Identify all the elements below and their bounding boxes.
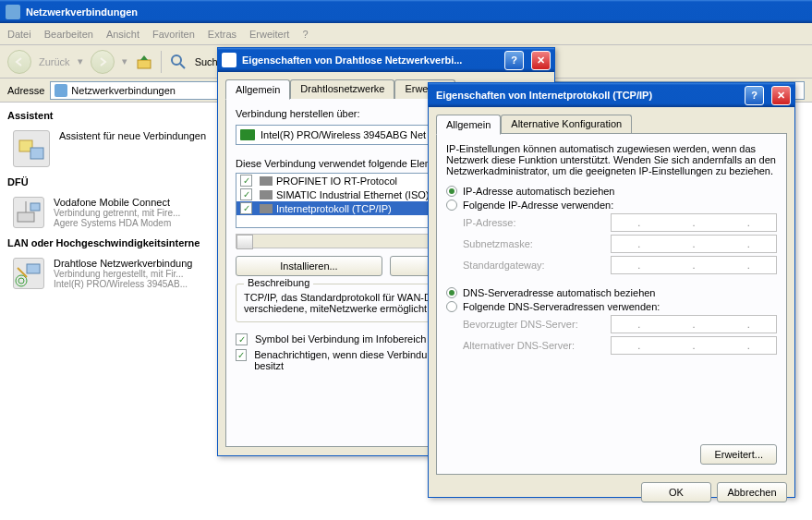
protocol-icon [260, 176, 273, 186]
intro-text: IP-Einstellungen können automatisch zuge… [446, 143, 777, 176]
input-ip[interactable]: ... [611, 213, 777, 232]
dlg2-panel: IP-Einstellungen können automatisch zuge… [436, 133, 787, 475]
lbl-dns1: Bevorzugter DNS-Server: [463, 319, 611, 330]
proto-name: Internetprotokoll (TCP/IP) [276, 203, 392, 214]
dlg2-title: Eigenschaften von Internetprotokoll (TCP… [432, 90, 737, 101]
back-button[interactable] [7, 50, 31, 74]
radio-label: Folgende DNS-Serveradressen verwenden: [463, 301, 660, 312]
description-title: Beschreibung [244, 277, 313, 288]
input-subnet[interactable]: ... [611, 235, 777, 253]
tab-drahtlosnetzwerke[interactable]: Drahtlosnetzwerke [290, 79, 394, 99]
radio-ip-manual[interactable]: Folgende IP-Adresse verwenden: [446, 200, 777, 211]
dns-fields: Bevorzugter DNS-Server: ... Alternativer… [446, 315, 777, 355]
protocol-icon [260, 204, 273, 213]
item-name: Assistent für neue Verbindungen [59, 130, 206, 141]
dlg2-buttons: OK Abbrechen [436, 482, 787, 502]
dlg2-body: Allgemein Alternative Konfiguration IP-E… [429, 107, 794, 510]
wireless-icon [13, 258, 44, 289]
svg-rect-5 [18, 212, 34, 222]
item-device: Intel(R) PRO/Wireless 3945AB... [54, 279, 192, 289]
main-title: Netzwerkverbindungen [26, 6, 138, 18]
toolbar-divider [161, 51, 162, 73]
chk-tray-label: Symbol bei Verbindung im Infobereich an [255, 333, 441, 345]
dialog-tcpip-properties: Eigenschaften von Internetprotokoll (TCP… [428, 82, 795, 498]
ok-button[interactable]: OK [641, 482, 711, 502]
menu-file[interactable]: Datei [7, 29, 31, 40]
item-text: Vodafone Mobile Connect Verbindung getre… [54, 197, 180, 228]
adapter-name: Intel(R) PRO/Wireless 3945ABG Net [261, 129, 426, 140]
radio-dns-manual[interactable]: Folgende DNS-Serveradressen verwenden: [446, 301, 777, 312]
menu-favorites[interactable]: Favoriten [152, 29, 195, 40]
item-device: Agere Systems HDA Modem [54, 218, 180, 228]
menu-advanced[interactable]: Erweitert [249, 29, 289, 40]
lbl-ip: IP-Adresse: [463, 217, 611, 228]
svg-point-1 [172, 55, 181, 65]
network-connections-icon [6, 5, 20, 19]
radio-label: DNS-Serveradresse automatisch beziehen [463, 287, 656, 298]
tab-allgemein2[interactable]: Allgemein [436, 115, 501, 135]
dlg1-close-button[interactable]: ✕ [531, 51, 551, 70]
menu-edit[interactable]: Bearbeiten [44, 29, 93, 40]
row-dns1: Bevorzugter DNS-Server: ... [463, 315, 777, 333]
forward-dropdown-icon[interactable]: ▾ [122, 55, 127, 67]
install-button[interactable]: Installieren... [236, 256, 382, 276]
radio-label: Folgende IP-Adresse verwenden: [463, 200, 613, 211]
dlg1-title: Eigenschaften von Drahtlose Netzwerkverb… [242, 54, 497, 66]
search-icon[interactable] [169, 53, 188, 71]
dlg1-titlebar[interactable]: Eigenschaften von Drahtlose Netzwerkverb… [218, 48, 554, 72]
radio-icon [446, 287, 457, 298]
menu-view[interactable]: Ansicht [106, 29, 139, 40]
radio-dns-auto[interactable]: DNS-Serveradresse automatisch beziehen [446, 287, 777, 298]
dns-radio-group: DNS-Serveradresse automatisch beziehen F… [446, 287, 777, 355]
row-gateway: Standardgateway: ... [463, 256, 777, 274]
proto-name: PROFINET IO RT-Protocol [276, 175, 397, 187]
proto-checkbox[interactable] [240, 175, 252, 187]
search-label[interactable]: Such [195, 56, 218, 67]
wizard-icon [13, 130, 50, 167]
row-ip: IP-Adresse: ... [463, 213, 777, 232]
back-dropdown-icon[interactable]: ▾ [78, 55, 83, 67]
svg-line-2 [180, 64, 185, 68]
cancel-button[interactable]: Abbrechen [717, 482, 787, 502]
dlg1-help-button[interactable]: ? [504, 51, 524, 70]
menu-extras[interactable]: Extras [208, 29, 236, 40]
dlg2-titlebar[interactable]: Eigenschaften von Internetprotokoll (TCP… [429, 83, 794, 107]
item-text: Assistent für neue Verbindungen [59, 130, 206, 141]
advanced-button[interactable]: Erweitert... [700, 444, 777, 465]
proto-name: SIMATIC Industrial Ethernet (ISO) [276, 189, 429, 200]
main-titlebar: Netzwerkverbindungen [0, 0, 812, 23]
protocol-icon [260, 190, 273, 200]
forward-button[interactable] [91, 50, 115, 74]
svg-rect-8 [27, 264, 40, 273]
input-gateway[interactable]: ... [611, 256, 777, 274]
proto-checkbox[interactable] [240, 202, 252, 214]
chk-tray-icon[interactable] [236, 333, 248, 345]
row-subnet: Subnetzmaske: ... [463, 235, 777, 253]
nic-icon [240, 129, 255, 140]
input-dns1[interactable]: ... [611, 315, 777, 333]
dlg2-help-button[interactable]: ? [745, 86, 764, 105]
menubar: Datei Bearbeiten Ansicht Favoriten Extra… [0, 23, 812, 45]
svg-rect-4 [30, 148, 43, 159]
tab-allgemein[interactable]: Allgemein [225, 79, 290, 100]
ip-fields: IP-Adresse: ... Subnetzmaske: ... Standa… [446, 213, 777, 274]
chk-notify-icon[interactable] [236, 349, 247, 361]
item-text: Drahtlose Netzwerkverbindung Verbindung … [54, 258, 192, 289]
up-folder-icon[interactable] [135, 53, 153, 71]
radio-icon [446, 186, 457, 197]
dlg2-tabs: Allgemein Alternative Konfiguration [436, 115, 787, 134]
lbl-subnet: Subnetzmaske: [463, 238, 611, 249]
back-label: Zurück [39, 56, 70, 67]
input-dns2[interactable]: ... [611, 336, 777, 355]
item-name: Drahtlose Netzwerkverbindung [54, 258, 192, 269]
dlg2-close-button[interactable]: ✕ [771, 86, 791, 105]
ip-radio-group: IP-Adresse automatisch beziehen Folgende… [446, 186, 777, 274]
svg-point-9 [18, 278, 24, 284]
lbl-gateway: Standardgateway: [463, 260, 611, 271]
tab-alt-config[interactable]: Alternative Konfiguration [501, 115, 632, 134]
radio-ip-auto[interactable]: IP-Adresse automatisch beziehen [446, 186, 777, 197]
svg-rect-0 [138, 60, 151, 68]
proto-checkbox[interactable] [240, 188, 252, 200]
menu-help[interactable]: ? [302, 29, 308, 40]
modem-icon [13, 197, 44, 228]
